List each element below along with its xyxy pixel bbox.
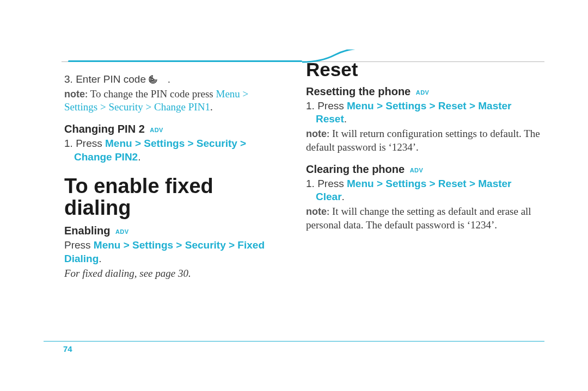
see-page-ref: For fixed dialing, see page 30. [64,267,282,281]
pre: Press [317,178,347,189]
footer-rule [44,341,544,342]
step-master-reset: 1. Press Menu > Settings > Reset > Maste… [316,100,540,126]
swirl-icon [158,75,168,84]
pre: Press [317,100,347,111]
note-text: : It will return configuration settings … [306,128,540,153]
divider-blue-bar [68,60,302,62]
adv-icon: ADV [416,89,429,96]
step-enter-pin: 3. Enter PIN code > . [74,73,282,86]
note-label: note [306,206,327,217]
note-label: note [306,128,327,139]
heading-clearing-text: Clearing the phone [306,163,405,175]
note-label: note [64,89,85,100]
pre: Press [64,239,94,251]
step3-text: Enter PIN code > [76,73,158,85]
left-column: 3. Enter PIN code > . note: To change th… [64,70,282,281]
note-master-clear: note: It will change the setting as defa… [306,205,540,232]
heading-reset: Reset [306,60,540,80]
heading-enabling-text: Enabling [64,225,110,237]
step3-period: . [168,73,170,85]
adv-icon: ADV [115,228,128,235]
manual-page: 3. Enter PIN code > . note: To change th… [0,0,588,391]
step-enabling: Press Menu > Settings > Security > Fixed… [64,239,282,265]
adv-icon: ADV [150,126,163,134]
content-columns: 3. Enter PIN code > . note: To change th… [64,70,543,281]
post: . [342,191,345,202]
right-column: Reset Resetting the phone ADV 1. Press M… [306,70,540,281]
post: . [99,253,101,264]
step-num: 1. [64,138,73,149]
step-change-pin2: 1. Press Menu > Settings > Security > Ch… [74,137,282,164]
heading-fixed-dialing: To enable fixed dialing [64,176,282,219]
heading-changing-pin2-text: Changing PIN 2 [64,123,145,135]
heading-clearing-phone: Clearing the phone ADV [306,162,540,176]
blue: Menu > Settings > Security > Fixed Diali… [64,239,265,264]
note-period: . [210,101,213,113]
step-master-clear: 1. Press Menu > Settings > Reset > Maste… [316,177,540,204]
heading-resetting-phone: Resetting the phone ADV [306,84,540,98]
note-text: : It will change the setting as default … [306,206,531,231]
note-change-pin: note: To change the PIN code press Menu … [64,88,282,114]
heading-enabling: Enabling ADV [64,224,282,238]
step-num: 1. [306,178,315,189]
note-master-reset: note: It will return configuration setti… [306,127,540,154]
note1: : To change the PIN code press [85,88,216,100]
heading-resetting-text: Resetting the phone [306,85,411,97]
step-num: 1. [306,100,315,111]
page-number: 74 [63,344,72,353]
step-pre: Press [76,138,105,149]
post: . [344,113,347,125]
page-footer: 74 [44,341,544,355]
step-post: . [138,151,140,163]
adv-icon: ADV [410,166,423,174]
heading-changing-pin2: Changing PIN 2 ADV [64,122,282,136]
step3-num: 3. [64,73,73,85]
